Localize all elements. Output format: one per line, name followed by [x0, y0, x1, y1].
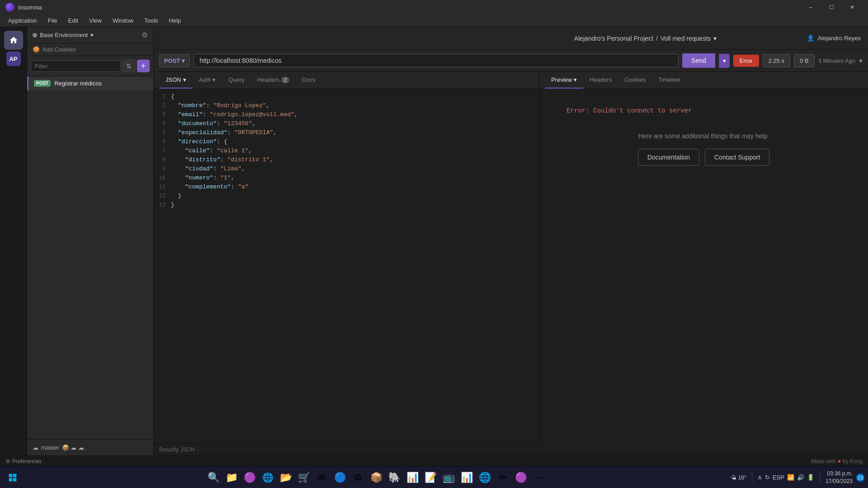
menu-help[interactable]: Help: [165, 15, 186, 26]
clock[interactable]: 03:36 p.m. 17/09/2023: [826, 470, 853, 485]
code-line-13: 13 }: [154, 201, 539, 210]
gear-icon: ⚙: [5, 458, 10, 465]
request-item[interactable]: POST Registrar médicos: [27, 76, 153, 90]
taskbar-sublime[interactable]: ✏: [495, 469, 511, 486]
method-label: POST: [164, 57, 180, 64]
main-content: Alejandro's Personal Project / Voll med …: [154, 27, 868, 455]
taskbar-word[interactable]: 📝: [422, 469, 439, 486]
taskbar-explorer[interactable]: 📂: [278, 469, 294, 486]
tab-query[interactable]: Query: [222, 72, 250, 89]
menu-file[interactable]: File: [43, 15, 62, 26]
response-content: Error: Couldn't connect to server Here a…: [539, 89, 868, 455]
preview-label: Preview: [551, 76, 572, 83]
taskbar-files[interactable]: 📁: [223, 469, 240, 486]
maximize-button[interactable]: ☐: [821, 0, 842, 14]
tab-json[interactable]: JSON ▾: [159, 72, 193, 89]
volume-icon[interactable]: 🔊: [797, 474, 804, 481]
menu-window[interactable]: Window: [108, 15, 138, 26]
tab-headers[interactable]: Headers 2: [251, 72, 296, 89]
environment-selector[interactable]: Base Environment ▾: [33, 32, 138, 38]
add-request-button[interactable]: +: [137, 60, 150, 72]
tab-docs[interactable]: Docs: [296, 72, 322, 89]
preferences-button[interactable]: ⚙ Preferences: [5, 458, 42, 465]
taskbar-insomnia[interactable]: 🟣: [513, 469, 529, 486]
cookie-icon: 🍪: [33, 46, 40, 53]
contact-support-button[interactable]: Contact Support: [705, 149, 769, 166]
response-timeline-label: Timeline: [658, 76, 680, 83]
user-avatar[interactable]: AP: [6, 52, 21, 66]
taskbar-dropbox[interactable]: 📦: [368, 469, 384, 486]
response-tab-timeline[interactable]: Timeline: [652, 72, 687, 89]
tab-auth[interactable]: Auth ▾: [193, 72, 222, 89]
wifi-icon[interactable]: 📶: [787, 474, 794, 481]
response-cookies-label: Cookies: [624, 76, 646, 83]
weather-widget[interactable]: 🌤 16°: [731, 474, 746, 481]
battery-icon[interactable]: 🔋: [807, 474, 814, 481]
taskbar-mail[interactable]: ✉: [314, 469, 330, 486]
taskbar-netflix[interactable]: 📺: [440, 469, 457, 486]
tab-docs-label: Docs: [302, 76, 316, 83]
status-bar: ⚙ Preferences Made with ♥ by Kong: [0, 455, 868, 466]
add-cookies-button[interactable]: 🍪 Add Cookies: [27, 43, 153, 56]
taskbar-more[interactable]: ···: [531, 469, 547, 486]
taskbar-powerpoint[interactable]: 📊: [458, 469, 475, 486]
icon-sidebar: AP: [0, 27, 27, 455]
response-time-badge: 2.25 s: [763, 54, 790, 67]
taskbar-search[interactable]: 🔍: [205, 469, 222, 486]
beautify-json-button[interactable]: Beautify JSON: [154, 443, 539, 455]
weather-icon: 🌤: [731, 474, 736, 481]
response-tab-preview[interactable]: Preview ▾: [545, 72, 583, 89]
language-selector[interactable]: ESP: [773, 474, 784, 481]
refresh-icon[interactable]: ↻: [765, 474, 770, 481]
send-dropdown-button[interactable]: ▾: [719, 54, 730, 68]
taskbar-teams[interactable]: 🟣: [241, 469, 258, 486]
settings-icon[interactable]: ⚙: [142, 31, 148, 39]
response-tab-cookies[interactable]: Cookies: [618, 72, 652, 89]
menu-application[interactable]: Application: [4, 15, 42, 26]
filter-input[interactable]: [31, 61, 121, 72]
menu-edit[interactable]: Edit: [64, 15, 83, 26]
project-title: Alejandro's Personal Project / Voll med …: [484, 35, 807, 42]
minimize-button[interactable]: –: [800, 0, 821, 14]
code-line-12: 12 }: [154, 192, 539, 201]
auth-chevron-icon: ▾: [212, 76, 216, 83]
menu-view[interactable]: View: [85, 15, 106, 26]
taskbar-excel[interactable]: 📊: [404, 469, 420, 486]
request-name: Registrar médicos: [54, 80, 102, 87]
tab-headers-label: Headers: [257, 76, 279, 83]
taskbar-php[interactable]: 🐘: [386, 469, 402, 486]
preview-chevron-icon: ▾: [574, 76, 577, 83]
code-line-2: 2 "nombre": "Rodrigo Lopez",: [154, 102, 539, 111]
header-separator: /: [656, 35, 658, 42]
taskbar-edge[interactable]: 🌐: [259, 469, 276, 486]
response-tab-headers[interactable]: Headers: [583, 72, 618, 89]
sort-button[interactable]: ⇅: [123, 60, 135, 72]
window-controls: – ☐ ✕: [800, 0, 863, 14]
send-button[interactable]: Send: [682, 53, 715, 68]
branch-info[interactable]: ☁ master 📦 ☁ ☁: [33, 444, 84, 451]
notification-badge[interactable]: 23: [856, 474, 864, 482]
taskbar-app2[interactable]: 🔵: [332, 469, 348, 486]
svg-rect-0: [9, 474, 13, 477]
start-button[interactable]: [4, 469, 22, 487]
url-input[interactable]: [193, 54, 679, 67]
collection-dropdown-icon[interactable]: ▾: [713, 35, 717, 42]
taskbar-chromebook[interactable]: 🌐: [476, 469, 493, 486]
sidebar-header: Base Environment ▾ ⚙: [27, 27, 153, 43]
documentation-button[interactable]: Documentation: [638, 149, 699, 166]
taskbar-store[interactable]: 🛒: [296, 469, 312, 486]
method-selector[interactable]: POST ▾: [159, 54, 190, 67]
request-timestamp: 3 Minutes Ago: [818, 57, 855, 64]
code-line-3: 3 "email": "rodrigo.lopez@voll.med",: [154, 111, 539, 120]
tray-expand[interactable]: ∧: [758, 474, 762, 481]
title-bar: Insomnia – ☐ ✕: [0, 0, 868, 14]
sync-icons: 📦 ☁ ☁: [62, 444, 84, 451]
svg-rect-3: [13, 478, 17, 481]
menu-tools[interactable]: Tools: [140, 15, 162, 26]
close-button[interactable]: ✕: [842, 0, 863, 14]
sidebar-home-button[interactable]: [4, 31, 23, 50]
taskbar-chrome[interactable]: ⚙: [350, 469, 366, 486]
code-editor[interactable]: 1 { 2 "nombre": "Rodrigo Lopez", 3 "emai…: [154, 89, 539, 443]
request-tab-bar: JSON ▾ Auth ▾ Query Headers 2: [154, 72, 539, 89]
project-name: Alejandro's Personal Project: [574, 35, 653, 42]
